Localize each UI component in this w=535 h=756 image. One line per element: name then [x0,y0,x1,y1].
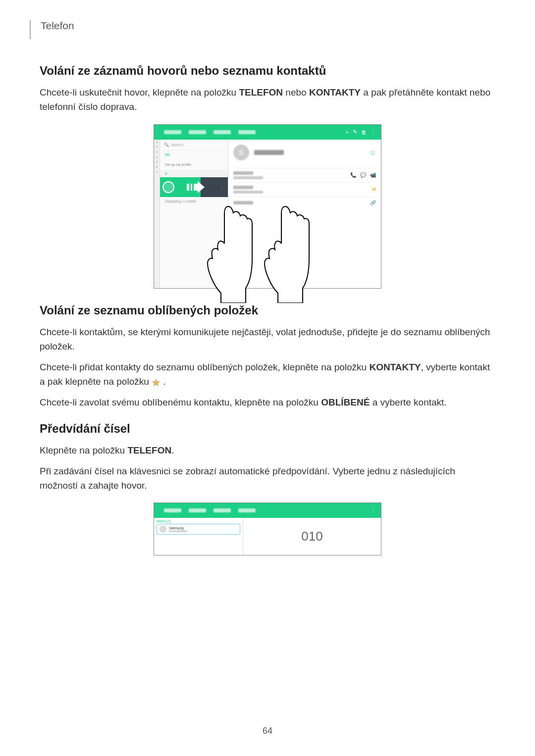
section2-para1: Chcete-li kontaktům, se kterými komuniku… [40,325,495,354]
index-letter: C [156,155,158,160]
text-fragment: . [160,376,166,387]
tab-blur [164,508,181,512]
field-label-blur [233,201,253,204]
match-number: 01000000000 [169,530,187,533]
message-icon: 💬 [360,172,366,178]
text-fragment: Chcete-li uskutečnit hovor, klepněte na … [40,87,239,98]
section2-para3: Chcete-li zavolat svému oblíbenému konta… [40,395,495,409]
section3-para2: Při zadávání čísel na klávesnici se zobr… [40,464,495,493]
sidebar-content: 🔍 Search ME Set up my profile S 📞 [160,140,228,206]
tablet-body: ★ A B C D E F 🔍 Search ME Set up my prof… [154,140,381,288]
match-pane: Match (1) Samsung 01000000000 [154,518,243,555]
page-number: 64 [263,726,272,736]
phone-detail-row: 📞 💬 📹 [233,168,376,182]
tab-blur [214,508,231,512]
figure-number-prediction: ⋮ Match (1) Samsung 01000000000 010 [40,503,495,555]
tab-blur [164,130,181,134]
tab-blur [189,508,206,512]
link-icon: 🔗 [370,200,376,205]
action-icons: 📞 💬 📹 [350,172,376,178]
more-icon: ⋮ [371,129,376,135]
tab-blur [189,130,206,134]
field-value-blur [233,176,263,179]
page-header-section: Telefon [30,20,495,39]
search-row: 🔍 Search [160,140,228,151]
avatar: S [233,145,249,160]
tab-area [159,130,342,134]
bold-kontakty: KONTAKTY [369,362,421,372]
connected-detail-row: 🔗 [233,197,376,208]
field-label-blur [233,186,253,189]
tab-blur [238,130,256,134]
favorite-star-icon: ☆ [370,149,376,156]
field-label-blur [233,171,253,175]
bold-telefon: TELEFON [127,445,171,455]
tablet-mockup-dialer: ⋮ Match (1) Samsung 01000000000 010 [154,503,381,555]
action-icons: 🔗 [370,200,376,205]
bold-oblibene: OBLÍBENÉ [321,397,370,407]
section1-paragraph: Chcete-li uskutečnit hovor, klepněte na … [40,85,495,114]
bold-telefon: TELEFON [239,87,283,98]
match-name: Samsung [169,526,187,530]
letter-divider: S [160,170,228,177]
video-icon: 📹 [370,172,376,178]
contact-header: S ☆ [233,145,376,160]
tab-blur [238,508,256,512]
index-letter: E [156,165,158,170]
field-value-blur [233,191,263,194]
contact-detail-pane: S ☆ 📞 💬 📹 [228,140,381,288]
email-detail-row: ✉ [233,182,376,197]
plus-icon: + [346,129,349,135]
bold-kontakty: KONTAKTY [309,87,361,98]
swipe-arrow-icon [187,181,205,193]
tablet-tabbar: + ✎ 🗑 ⋮ [154,125,381,140]
tab-area [159,508,367,512]
more-icon: ⋮ [371,507,376,514]
index-letter: F [156,170,158,175]
match-count-label: Match (1) [157,519,240,523]
star-icon [152,377,160,386]
dialed-number-display: 010 [243,518,381,555]
alphabet-index: ★ A B C D E F [154,140,160,288]
text-fragment: nebo [283,87,309,98]
text-fragment: Chcete-li přidat kontakty do seznamu obl… [40,362,369,372]
tablet-tabbar: ⋮ [154,503,381,518]
index-letter: B [156,151,158,155]
setup-profile-row: Set up my profile [160,159,228,170]
match-avatar [160,526,166,533]
section2-para2: Chcete-li přidat kontakty do seznamu obl… [40,360,495,389]
index-letter: D [156,160,158,165]
phone-icon: 📞 [219,184,225,190]
figure-swipe-to-call: + ✎ 🗑 ⋮ ★ A B C D E F 🔍 Search [40,124,495,289]
index-letter: ★ [156,141,158,146]
delete-icon: 🗑 [361,129,367,135]
text-fragment: . [171,445,174,455]
dialer-body: Match (1) Samsung 01000000000 010 [154,518,381,555]
section3-heading: Předvídání čísel [40,422,495,436]
section1-heading: Volání ze záznamů hovorů nebo seznamu ko… [40,64,495,78]
swipe-contact-row: 📞 [160,177,228,197]
swipe-handle [162,181,174,193]
contact-match-item: Samsung 01000000000 [157,524,240,535]
phone-icon: 📞 [350,172,356,178]
index-letter: A [156,146,158,151]
text-fragment: Klepněte na položku [40,445,127,455]
contact-name-blur [254,150,284,155]
tablet-mockup: + ✎ 🗑 ⋮ ★ A B C D E F 🔍 Search [154,124,381,289]
section3-para1: Klepněte na položku TELEFON. [40,443,495,457]
me-label: ME [160,151,228,159]
displaying-label: Displaying 1 contact [160,197,228,206]
section2-heading: Volání ze seznamu oblíbených položek [40,303,495,317]
contacts-sidebar: ★ A B C D E F 🔍 Search ME Set up my prof… [154,140,228,288]
text-fragment: Chcete-li zavolat svému oblíbenému konta… [40,397,321,407]
search-icon: 🔍 [164,143,169,147]
action-icons: ✉ [372,187,376,192]
search-placeholder: Search [171,143,183,147]
text-fragment: a vyberte kontakt. [370,397,446,407]
tab-blur [214,130,231,134]
email-icon: ✉ [372,187,376,192]
edit-icon: ✎ [353,129,357,135]
